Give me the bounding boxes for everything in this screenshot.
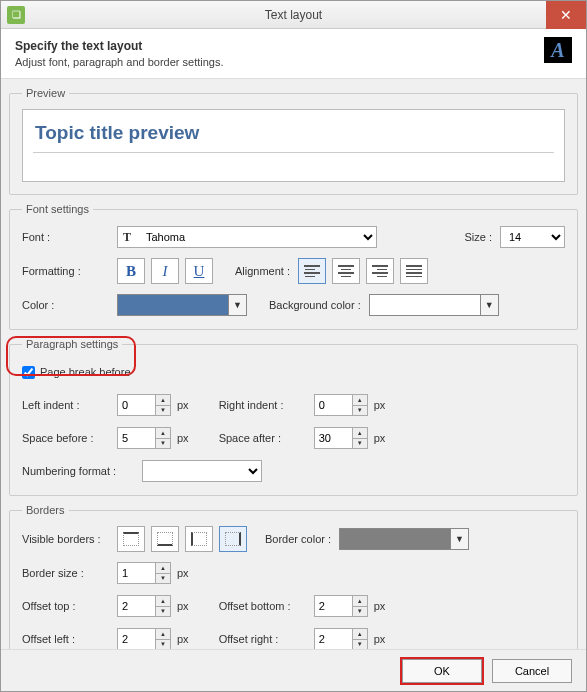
spin-up-icon[interactable]: ▲ bbox=[155, 629, 170, 640]
spin-up-icon[interactable]: ▲ bbox=[352, 629, 367, 640]
border-top-button[interactable] bbox=[117, 526, 145, 552]
spin-down-icon[interactable]: ▼ bbox=[155, 406, 170, 416]
numfmt-label: Numbering format : bbox=[22, 465, 142, 477]
window-title: Text layout bbox=[1, 8, 586, 22]
unit-label: px bbox=[374, 633, 386, 645]
offset-top-spinner[interactable]: ▲▼ bbox=[117, 595, 171, 617]
space-before-label: Space before : bbox=[22, 432, 117, 444]
dialog-window: ❏ Text layout ✕ Specify the text layout … bbox=[0, 0, 587, 692]
unit-label: px bbox=[177, 567, 189, 579]
italic-button[interactable]: I bbox=[151, 258, 179, 284]
bgcolor-picker[interactable]: ▼ bbox=[369, 294, 499, 316]
spin-down-icon[interactable]: ▼ bbox=[155, 439, 170, 449]
border-bottom-button[interactable] bbox=[151, 526, 179, 552]
unit-label: px bbox=[374, 600, 386, 612]
offset-top-label: Offset top : bbox=[22, 600, 117, 612]
left-indent-label: Left indent : bbox=[22, 399, 117, 411]
bold-button[interactable]: B bbox=[117, 258, 145, 284]
numbering-format-select[interactable] bbox=[142, 460, 262, 482]
left-indent-spinner[interactable]: ▲▼ bbox=[117, 394, 171, 416]
spin-up-icon[interactable]: ▲ bbox=[352, 596, 367, 607]
border-left-button[interactable] bbox=[185, 526, 213, 552]
spin-up-icon[interactable]: ▲ bbox=[155, 563, 170, 574]
spin-up-icon[interactable]: ▲ bbox=[155, 596, 170, 607]
border-right-button[interactable] bbox=[219, 526, 247, 552]
font-legend: Font settings bbox=[22, 203, 93, 215]
dialog-footer: OK Cancel bbox=[1, 649, 586, 691]
spin-up-icon[interactable]: ▲ bbox=[155, 428, 170, 439]
right-indent-label: Right indent : bbox=[219, 399, 314, 411]
dialog-header: Specify the text layout Adjust font, par… bbox=[1, 29, 586, 79]
titlebar: ❏ Text layout ✕ bbox=[1, 1, 586, 29]
space-before-spinner[interactable]: ▲▼ bbox=[117, 427, 171, 449]
chevron-down-icon: ▼ bbox=[228, 295, 246, 315]
chevron-down-icon: ▼ bbox=[480, 295, 498, 315]
header-subtitle: Adjust font, paragraph and border settin… bbox=[15, 56, 572, 68]
bgcolor-label: Background color : bbox=[269, 299, 361, 311]
visible-borders-label: Visible borders : bbox=[22, 533, 117, 545]
size-select[interactable]: 14 bbox=[500, 226, 565, 248]
spin-up-icon[interactable]: ▲ bbox=[155, 395, 170, 406]
spin-down-icon[interactable]: ▼ bbox=[352, 640, 367, 650]
unit-label: px bbox=[177, 399, 189, 411]
offset-bottom-spinner[interactable]: ▲▼ bbox=[314, 595, 368, 617]
formatting-label: Formatting : bbox=[22, 265, 117, 277]
spin-down-icon[interactable]: ▼ bbox=[155, 574, 170, 584]
align-left-button[interactable] bbox=[298, 258, 326, 284]
border-color-label: Border color : bbox=[265, 533, 331, 545]
offset-bottom-label: Offset bottom : bbox=[219, 600, 314, 612]
align-justify-button[interactable] bbox=[400, 258, 428, 284]
unit-label: px bbox=[177, 432, 189, 444]
spin-down-icon[interactable]: ▼ bbox=[352, 406, 367, 416]
font-select[interactable]: Tahoma bbox=[117, 226, 377, 248]
offset-right-label: Offset right : bbox=[219, 633, 314, 645]
close-icon: ✕ bbox=[560, 7, 572, 23]
align-center-button[interactable] bbox=[332, 258, 360, 284]
spin-down-icon[interactable]: ▼ bbox=[155, 607, 170, 617]
spin-down-icon[interactable]: ▼ bbox=[352, 607, 367, 617]
align-right-button[interactable] bbox=[366, 258, 394, 284]
borders-group: Borders Visible borders : Border color :… bbox=[9, 504, 578, 649]
spin-down-icon[interactable]: ▼ bbox=[352, 439, 367, 449]
border-size-label: Border size : bbox=[22, 567, 117, 579]
unit-label: px bbox=[374, 432, 386, 444]
spin-down-icon[interactable]: ▼ bbox=[155, 640, 170, 650]
preview-legend: Preview bbox=[22, 87, 69, 99]
preview-box: Topic title preview bbox=[22, 109, 565, 182]
preview-group: Preview Topic title preview bbox=[9, 87, 578, 195]
offset-left-spinner[interactable]: ▲▼ bbox=[117, 628, 171, 649]
border-color-picker[interactable]: ▼ bbox=[339, 528, 469, 550]
border-color-swatch bbox=[340, 529, 450, 549]
color-label: Color : bbox=[22, 299, 117, 311]
font-label: Font : bbox=[22, 231, 117, 243]
page-break-checkbox[interactable] bbox=[22, 366, 35, 379]
size-label: Size : bbox=[464, 231, 492, 243]
right-indent-spinner[interactable]: ▲▼ bbox=[314, 394, 368, 416]
color-swatch bbox=[118, 295, 228, 315]
spin-up-icon[interactable]: ▲ bbox=[352, 395, 367, 406]
color-picker[interactable]: ▼ bbox=[117, 294, 247, 316]
bgcolor-swatch bbox=[370, 295, 480, 315]
space-after-label: Space after : bbox=[219, 432, 314, 444]
paragraph-legend: Paragraph settings bbox=[22, 338, 122, 350]
space-after-spinner[interactable]: ▲▼ bbox=[314, 427, 368, 449]
underline-button[interactable]: U bbox=[185, 258, 213, 284]
font-settings-group: Font settings Font : T Tahoma Size : 14 … bbox=[9, 203, 578, 330]
unit-label: px bbox=[374, 399, 386, 411]
offset-right-spinner[interactable]: ▲▼ bbox=[314, 628, 368, 649]
text-layout-icon: A bbox=[544, 37, 572, 63]
header-title: Specify the text layout bbox=[15, 39, 572, 53]
border-size-spinner[interactable]: ▲▼ bbox=[117, 562, 171, 584]
ok-button[interactable]: OK bbox=[402, 659, 482, 683]
paragraph-settings-group: Paragraph settings Page break before Lef… bbox=[9, 338, 578, 496]
unit-label: px bbox=[177, 600, 189, 612]
spin-up-icon[interactable]: ▲ bbox=[352, 428, 367, 439]
preview-divider bbox=[33, 152, 554, 153]
cancel-button[interactable]: Cancel bbox=[492, 659, 572, 683]
page-break-label: Page break before bbox=[40, 366, 131, 378]
page-break-checkbox-wrap[interactable]: Page break before bbox=[22, 366, 131, 379]
offset-left-label: Offset left : bbox=[22, 633, 117, 645]
alignment-label: Alignment : bbox=[235, 265, 290, 277]
preview-text: Topic title preview bbox=[33, 118, 554, 148]
close-button[interactable]: ✕ bbox=[546, 1, 586, 29]
